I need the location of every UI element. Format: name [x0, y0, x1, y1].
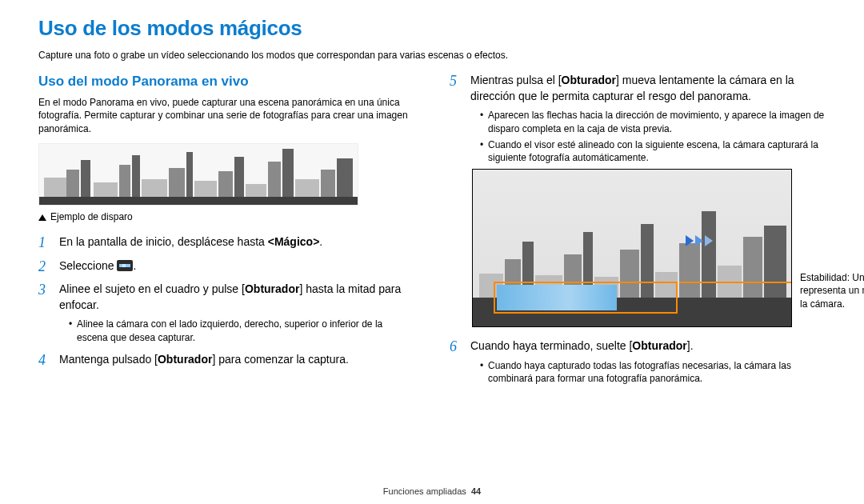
example-caption-text: Ejemplo de disparo: [50, 211, 133, 222]
footer-page-number: 44: [471, 486, 481, 496]
step-3-text-pre: Alinee el sujeto en el cuadro y pulse [: [59, 282, 245, 295]
footer-section: Funciones ampliadas: [383, 486, 466, 496]
step-3-bullet-1: Alinee la cámara con el lado izquierdo, …: [69, 318, 414, 343]
panorama-example-image: [38, 143, 414, 206]
callout-line: [679, 282, 791, 283]
step-1-text-pre: En la pantalla de inicio, desplácese has…: [59, 235, 268, 248]
section-desc: En el modo Panorama en vivo, puede captu…: [38, 96, 414, 135]
step-5-bullet-2: Cuando el visor esté alineado con la sig…: [480, 138, 826, 164]
example-caption: Ejemplo de disparo: [38, 210, 414, 223]
direction-arrows-icon: [686, 235, 713, 246]
step-3-bold: Obturador: [245, 282, 299, 295]
stability-callout: Estabilidad: Una línea más plana represe…: [789, 271, 864, 310]
step-2-text-post: .: [133, 259, 136, 272]
step-6-text-pre: Cuando haya terminado, suelte [: [470, 339, 632, 352]
page-footer: Funciones ampliadas 44: [0, 486, 864, 498]
triangle-up-icon: [38, 214, 46, 221]
step-1-text-post: .: [319, 235, 322, 248]
panorama-capture-scene: [472, 169, 792, 327]
step-4: 4 Mantenga pulsado [Obturador] para come…: [38, 352, 414, 368]
step-5-text-pre: Mientras pulsa el [: [470, 74, 562, 86]
left-column: Uso del modo Panorama en vivo En el modo…: [38, 73, 414, 393]
step-1: 1 En la pantalla de inicio, desplácese h…: [38, 234, 414, 250]
step-3: 3 Alinee el sujeto en el cuadro y pulse …: [38, 282, 414, 344]
section-title: Uso del modo Panorama en vivo: [38, 73, 414, 91]
step-4-bold: Obturador: [158, 353, 212, 366]
step-5-bullet-1: Aparecen las flechas hacia la dirección …: [480, 109, 826, 134]
step-6-bold: Obturador: [632, 339, 686, 352]
step-1-bold: <Mágico>: [268, 235, 320, 248]
step-2-text-pre: Seleccione: [59, 259, 117, 272]
page-title: Uso de los modos mágicos: [38, 14, 826, 42]
step-5-bold: Obturador: [562, 74, 616, 86]
step-4-text-post: ] para comenzar la captura.: [212, 353, 348, 366]
step-2: 2 Seleccione .: [38, 258, 414, 274]
step-5: 5 Mientras pulsa el [Obturador] mueva le…: [450, 73, 826, 327]
step-6-bullet-1: Cuando haya capturado todas las fotograf…: [480, 359, 826, 385]
intro-text: Capture una foto o grabe un vídeo selecc…: [38, 49, 826, 62]
step-6: 6 Cuando haya terminado, suelte [Obturad…: [450, 338, 826, 385]
right-column: 5 Mientras pulsa el [Obturador] mueva le…: [450, 73, 826, 393]
step-6-text-post: ].: [687, 339, 694, 352]
step-4-text-pre: Mantenga pulsado [: [59, 353, 158, 366]
panorama-mode-icon: [117, 260, 133, 271]
capture-frame: [494, 282, 678, 314]
